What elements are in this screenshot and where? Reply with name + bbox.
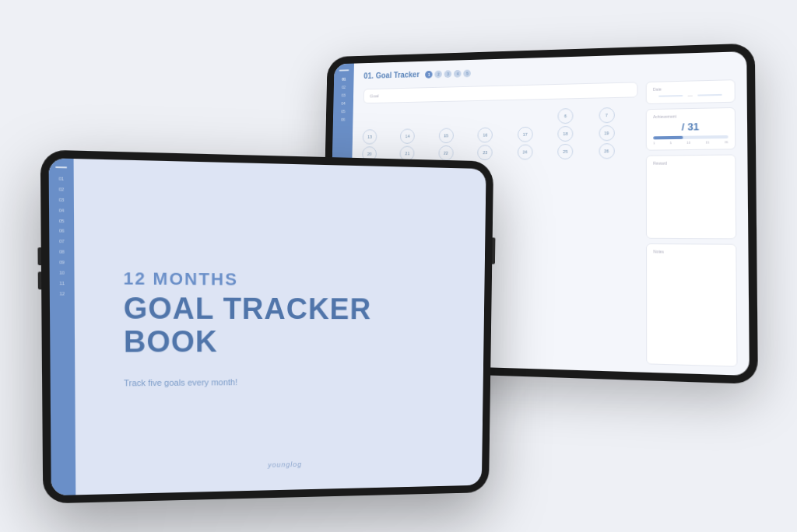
ft-sidebar-11[interactable]: 11 <box>59 280 65 288</box>
cal-day-23[interactable]: 23 <box>477 145 493 160</box>
cal-day-22[interactable]: 22 <box>438 145 453 161</box>
ft-sidebar-06[interactable]: 06 <box>59 228 65 236</box>
ft-sidebar-10[interactable]: 10 <box>59 269 65 277</box>
ft-sidebar-04[interactable]: 04 <box>59 207 65 215</box>
cal-day-25[interactable]: 25 <box>557 144 573 159</box>
cal-empty <box>518 109 533 124</box>
ft-sidebar-03[interactable]: 03 <box>59 197 65 205</box>
cal-empty <box>517 162 532 177</box>
front-tablet-sidebar: 01 02 03 04 05 06 07 08 09 10 11 12 <box>49 158 76 495</box>
back-tablet-header: 01. Goal Tracker 1 2 3 4 5 <box>363 61 735 80</box>
progress-bar <box>653 135 729 139</box>
volume-down-button <box>38 271 41 289</box>
page-dot-3[interactable]: 3 <box>444 70 452 78</box>
cal-empty <box>401 111 416 127</box>
cal-day-16[interactable]: 16 <box>478 128 493 143</box>
date-panel: Date — <box>646 79 736 104</box>
months-heading: 12 MONTHS <box>123 268 238 290</box>
reward-panel: Reward <box>646 154 736 239</box>
cal-day-17[interactable]: 17 <box>518 127 533 142</box>
date-label: Date <box>653 85 728 91</box>
cal-day-6[interactable]: 6 <box>558 108 574 124</box>
sidebar-item-01[interactable]: 01 <box>342 76 346 82</box>
ft-sidebar-01[interactable]: 01 <box>58 176 64 184</box>
notes-panel: Notes <box>646 243 738 367</box>
notes-label: Notes <box>653 249 729 254</box>
cal-empty <box>599 161 614 177</box>
achievement-value: / 31 <box>653 120 729 133</box>
menu-icon <box>339 69 349 71</box>
ft-sidebar-02[interactable]: 02 <box>59 186 65 194</box>
scene: 01 02 03 04 05 06 01. Goal Tracker 1 2 3… <box>48 33 749 499</box>
goal-field[interactable]: Goal <box>363 82 638 103</box>
sidebar-item-06[interactable]: 06 <box>341 117 345 123</box>
page-dot-1[interactable]: 1 <box>425 70 433 78</box>
power-button <box>492 237 495 264</box>
sidebar-item-02[interactable]: 02 <box>342 84 346 90</box>
back-tablet-right-col: Date — Achievement / 31 <box>646 79 738 367</box>
volume-buttons <box>37 247 41 289</box>
progress-mid1: 5 <box>670 141 672 145</box>
cal-day-15[interactable]: 15 <box>439 128 454 144</box>
sidebar-item-03[interactable]: 03 <box>342 93 346 99</box>
sidebar-item-05[interactable]: 05 <box>341 108 345 114</box>
cal-empty <box>439 110 454 126</box>
cal-day-14[interactable]: 14 <box>400 128 415 144</box>
brand-name: younglog <box>268 460 302 469</box>
tablet-front-screen: 01 02 03 04 05 06 07 08 09 10 11 12 12 M… <box>49 158 486 495</box>
reward-label: Reward <box>653 160 729 166</box>
cal-day-13[interactable]: 13 <box>363 129 377 144</box>
page-dot-4[interactable]: 4 <box>454 69 462 77</box>
cal-empty <box>363 112 377 127</box>
cal-empty <box>557 162 573 177</box>
progress-labels: 1 5 10 15 31 <box>653 140 729 145</box>
progress-mid3: 15 <box>705 140 709 144</box>
subtitle: Track five goals every month! <box>124 377 237 387</box>
progress-fill <box>653 136 683 140</box>
date-separator: — <box>688 93 693 98</box>
cal-day-19[interactable]: 19 <box>599 125 614 141</box>
cal-day-26[interactable]: 26 <box>599 143 614 159</box>
achievement-panel: Achievement / 31 1 5 10 15 31 <box>646 107 736 151</box>
progress-mid2: 10 <box>686 141 690 145</box>
cal-day-7[interactable]: 7 <box>599 107 614 123</box>
sidebar-item-04[interactable]: 04 <box>342 100 346 107</box>
page-dot-2[interactable]: 2 <box>435 70 443 78</box>
front-tablet-content: 12 MONTHS GOAL TRACKER BOOK Track five g… <box>74 159 486 495</box>
achievement-label: Achievement <box>653 113 728 119</box>
cal-day-24[interactable]: 24 <box>517 145 532 160</box>
cal-empty <box>478 110 493 125</box>
ft-sidebar-05[interactable]: 05 <box>59 217 65 225</box>
ft-sidebar-12[interactable]: 12 <box>59 290 65 298</box>
ft-sidebar-09[interactable]: 09 <box>59 259 65 267</box>
volume-up-button <box>37 247 40 265</box>
page-dots: 1 2 3 4 5 <box>425 69 471 78</box>
ft-sidebar-07[interactable]: 07 <box>59 238 65 246</box>
book-title: GOAL TRACKER BOOK <box>124 292 448 359</box>
page-title: 01. Goal Tracker <box>363 70 420 79</box>
cal-day-18[interactable]: 18 <box>557 126 573 142</box>
progress-min: 1 <box>653 141 655 145</box>
menu-icon-front <box>55 166 67 168</box>
progress-max: 31 <box>725 140 729 144</box>
ft-sidebar-08[interactable]: 08 <box>59 249 65 257</box>
tablet-front: 01 02 03 04 05 06 07 08 09 10 11 12 12 M… <box>40 149 493 503</box>
page-dot-5[interactable]: 5 <box>464 69 472 77</box>
